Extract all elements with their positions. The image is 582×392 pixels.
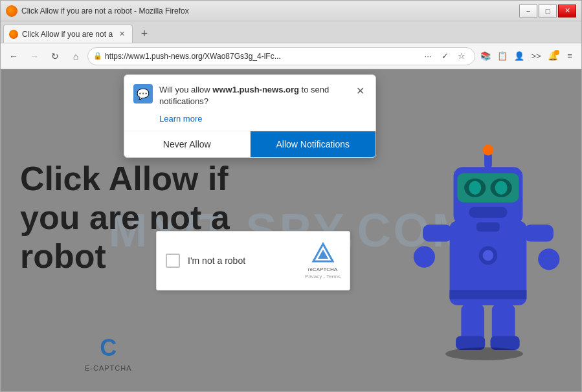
ecaptcha-c-letter: C	[100, 334, 117, 362]
address-bar[interactable]: 🔒 https://www1.push-news.org/XWao87Gs3g_…	[87, 47, 475, 65]
never-allow-button[interactable]: Never Allow	[124, 131, 251, 157]
learn-more-section: Learn more	[124, 113, 375, 131]
tab-favicon-icon	[9, 30, 18, 39]
learn-more-link[interactable]: Learn more	[159, 114, 202, 124]
svg-rect-10	[476, 223, 500, 232]
back-button[interactable]: ←	[5, 47, 23, 65]
allow-notifications-button[interactable]: Allow Notifications	[251, 131, 376, 157]
ecaptcha-label: E-CAPTCHA	[85, 364, 132, 372]
tab-close-button[interactable]: ✕	[117, 29, 127, 39]
svg-rect-7	[469, 207, 507, 218]
minimize-button[interactable]: −	[519, 5, 537, 17]
tab-title: Click Allow if you are not a	[22, 30, 113, 39]
library-icon[interactable]: 📚	[478, 49, 493, 64]
ecaptcha-logo: C E-CAPTCHA	[85, 334, 132, 372]
svg-point-13	[414, 246, 435, 268]
synced-tabs-icon[interactable]: 📋	[495, 49, 510, 64]
svg-point-20	[483, 250, 494, 261]
toolbar-icons: 📚 📋 👤 >> 🔔 ≡	[478, 49, 577, 64]
svg-rect-11	[423, 224, 452, 241]
captcha-box: I'm not a robot reCAPTCHA Privacy - Term…	[156, 231, 350, 290]
window-controls: − □ ✕	[519, 5, 576, 17]
more-options-icon[interactable]: ···	[420, 49, 436, 64]
notification-header: 💬 Will you allow www1.push-news.org to s…	[124, 75, 375, 113]
notification-actions: Never Allow Allow Notifications	[124, 131, 375, 157]
svg-point-6	[495, 181, 508, 195]
new-tab-button[interactable]: +	[135, 25, 153, 43]
title-bar-left: Click Allow if you are not a robot - Moz…	[6, 5, 189, 17]
captcha-checkbox[interactable]	[166, 254, 180, 268]
recaptcha-links: Privacy - Terms	[305, 274, 341, 279]
robot-image	[400, 121, 568, 367]
security-icon: 🔒	[93, 52, 102, 60]
robot-shadow	[445, 347, 523, 360]
svg-rect-12	[524, 224, 554, 241]
menu-button[interactable]: ≡	[562, 49, 577, 64]
close-button[interactable]: ✕	[558, 5, 576, 17]
container-icon[interactable]: 👤	[511, 49, 527, 64]
svg-point-5	[469, 181, 481, 195]
title-bar: Click Allow if you are not a robot - Moz…	[1, 1, 581, 21]
notification-popup: 💬 Will you allow www1.push-news.org to s…	[124, 74, 376, 158]
browser-window: Click Allow if you are not a robot - Moz…	[0, 0, 582, 392]
recaptcha-label: reCAPTCHA	[308, 267, 337, 272]
nav-bar: ← → ↻ ⌂ 🔒 https://www1.push-news.org/XWa…	[1, 43, 581, 69]
maximize-button[interactable]: □	[539, 5, 557, 17]
home-button[interactable]: ⌂	[67, 47, 85, 65]
svg-point-9	[483, 145, 494, 156]
bookmark-icon[interactable]: ☆	[454, 49, 469, 64]
svg-point-14	[538, 248, 559, 270]
extensions-icon[interactable]: >>	[528, 49, 544, 64]
captcha-logo: reCAPTCHA Privacy - Terms	[305, 242, 341, 279]
reload-button[interactable]: ↻	[46, 47, 64, 65]
recaptcha-icon	[311, 242, 335, 265]
active-tab[interactable]: Click Allow if you are not a ✕	[3, 25, 133, 43]
firefox-icon	[6, 5, 17, 17]
svg-rect-21	[450, 290, 527, 299]
notification-domain: www1.push-news.org	[212, 85, 299, 94]
captcha-label: I'm not a robot	[188, 256, 305, 266]
alert-badge	[554, 50, 559, 55]
notification-pre: Will you allow	[159, 85, 212, 94]
notification-chat-icon: 💬	[133, 84, 153, 103]
address-bar-icons: ··· ✓ ☆	[420, 49, 469, 64]
pocket-icon[interactable]: ✓	[437, 49, 453, 64]
window-title: Click Allow if you are not a robot - Moz…	[21, 6, 189, 16]
url-display: https://www1.push-news.org/XWao87Gs3g_4-…	[105, 52, 418, 61]
forward-button: →	[25, 47, 43, 65]
page-content: MYIT SPY.COM Click Allow ifyou are not a…	[1, 69, 581, 391]
alert-icon-wrap[interactable]: 🔔	[545, 49, 561, 64]
notification-message: Will you allow www1.push-news.org to sen…	[159, 84, 347, 107]
tab-bar: Click Allow if you are not a ✕ +	[1, 21, 581, 43]
notification-close-button[interactable]: ✕	[353, 84, 366, 97]
